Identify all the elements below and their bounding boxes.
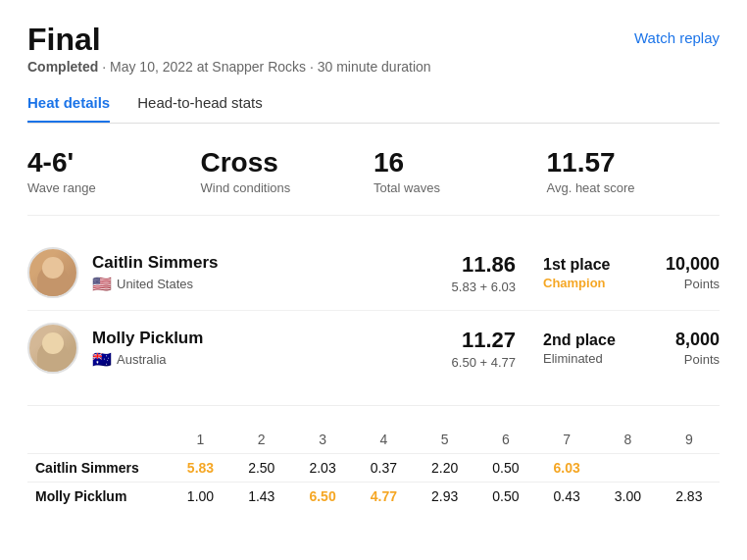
avg-score-value: 11.57 <box>547 147 721 178</box>
col-header-9: 9 <box>659 426 720 454</box>
wave-row-name-molly: Molly Picklum <box>27 483 170 511</box>
player-scores-caitlin: 11.86 5.83 + 6.03 <box>452 252 516 294</box>
page-title: Final <box>27 24 431 55</box>
wind-label: Wind conditions <box>201 180 374 195</box>
wave-score-caitlin-5: 2.20 <box>414 454 474 483</box>
player-row-caitlin: Caitlin Simmers 🇺🇸 United States 11.86 5… <box>27 235 720 310</box>
wave-range-value: 4-6' <box>27 147 201 178</box>
wave-score-caitlin-6: 0.50 <box>475 454 536 483</box>
points-molly: 8,000 Points <box>651 330 720 367</box>
page-header: Final Completed · May 10, 2022 at Snappe… <box>27 24 720 75</box>
event-details: · May 10, 2022 at Snapper Rocks · 30 min… <box>102 59 430 75</box>
placement-molly: 2nd place Eliminated <box>543 331 651 366</box>
wave-score-caitlin-8 <box>597 454 658 483</box>
placement-caitlin: 1st place Champion <box>543 256 651 290</box>
waves-value: 16 <box>374 147 547 178</box>
players-section: Caitlin Simmers 🇺🇸 United States 11.86 5… <box>27 235 720 406</box>
event-subtitle: Completed · May 10, 2022 at Snapper Rock… <box>27 59 431 75</box>
wave-score-molly-8: 3.00 <box>597 483 658 511</box>
stat-total-waves: 16 Total waves <box>374 147 547 195</box>
col-header-1: 1 <box>170 426 230 454</box>
avatar-caitlin <box>27 247 78 298</box>
eliminated-badge: Eliminated <box>543 351 651 366</box>
points-value-caitlin: 10,000 <box>651 254 720 275</box>
status-badge: Completed <box>27 59 98 75</box>
player-country-caitlin: 🇺🇸 United States <box>92 275 452 293</box>
wave-score-molly-2: 1.43 <box>231 483 292 511</box>
player-name-molly: Molly Picklum <box>92 329 452 348</box>
wave-range-label: Wave range <box>27 180 201 195</box>
col-header-4: 4 <box>353 426 414 454</box>
tab-bar: Heat details Head-to-head stats <box>27 94 720 124</box>
stats-row: 4-6' Wave range Cross Wind conditions 16… <box>27 147 720 216</box>
waves-label: Total waves <box>374 180 547 195</box>
stat-wave-range: 4-6' Wave range <box>27 147 201 195</box>
wave-row-caitlin: Caitlin Simmers 5.83 2.50 2.03 0.37 2.20… <box>27 454 720 483</box>
champion-badge: Champion <box>543 276 651 290</box>
col-header-5: 5 <box>414 426 474 454</box>
total-score-caitlin: 11.86 <box>452 252 516 278</box>
wave-scores-caitlin: 5.83 + 6.03 <box>452 280 516 294</box>
waves-section: 1 2 3 4 5 6 7 8 9 Caitlin Simmers 5.83 2… <box>27 426 720 510</box>
wave-score-molly-7: 0.43 <box>536 483 597 511</box>
wave-score-molly-1: 1.00 <box>170 483 230 511</box>
wave-score-molly-4: 4.77 <box>353 483 414 511</box>
avg-score-label: Avg. heat score <box>547 180 721 195</box>
points-label-caitlin: Points <box>651 277 720 291</box>
wave-score-molly-9: 2.83 <box>659 483 720 511</box>
watch-replay-link[interactable]: Watch replay <box>634 29 720 46</box>
points-value-molly: 8,000 <box>651 330 720 350</box>
player-country-molly: 🇦🇺 Australia <box>92 350 452 369</box>
player-scores-molly: 11.27 6.50 + 4.77 <box>452 328 516 370</box>
player-info-molly: Molly Picklum 🇦🇺 Australia <box>92 329 452 369</box>
waves-header-row: 1 2 3 4 5 6 7 8 9 <box>27 426 720 454</box>
wave-score-caitlin-3: 2.03 <box>292 454 353 483</box>
wave-scores-molly: 6.50 + 4.77 <box>452 355 516 370</box>
placement-label-caitlin: 1st place <box>543 256 651 274</box>
col-header-7: 7 <box>536 426 597 454</box>
wave-row-name-caitlin: Caitlin Simmers <box>27 454 170 483</box>
stat-wind-conditions: Cross Wind conditions <box>201 147 374 195</box>
wave-score-caitlin-2: 2.50 <box>231 454 292 483</box>
tab-heat-details[interactable]: Heat details <box>27 94 110 123</box>
wave-score-molly-3: 6.50 <box>292 483 353 511</box>
tab-head-to-head[interactable]: Head-to-head stats <box>137 94 263 123</box>
points-caitlin: 10,000 Points <box>651 254 720 291</box>
wave-score-caitlin-1: 5.83 <box>170 454 230 483</box>
col-header-name <box>27 426 170 454</box>
placement-label-molly: 2nd place <box>543 331 651 349</box>
player-row-molly: Molly Picklum 🇦🇺 Australia 11.27 6.50 + … <box>27 310 720 385</box>
wave-row-molly: Molly Picklum 1.00 1.43 6.50 4.77 2.93 0… <box>27 483 720 511</box>
flag-aus: 🇦🇺 <box>92 350 112 369</box>
col-header-2: 2 <box>231 426 292 454</box>
player-name-caitlin: Caitlin Simmers <box>92 253 452 273</box>
wave-score-molly-6: 0.50 <box>475 483 536 511</box>
avatar-molly <box>27 323 78 374</box>
flag-usa: 🇺🇸 <box>92 275 112 293</box>
stat-avg-heat-score: 11.57 Avg. heat score <box>547 147 721 195</box>
wave-score-molly-5: 2.93 <box>414 483 474 511</box>
wave-score-caitlin-9 <box>659 454 720 483</box>
col-header-3: 3 <box>292 426 353 454</box>
col-header-6: 6 <box>475 426 536 454</box>
wave-score-caitlin-4: 0.37 <box>353 454 414 483</box>
wind-value: Cross <box>201 147 374 178</box>
total-score-molly: 11.27 <box>452 328 516 353</box>
player-info-caitlin: Caitlin Simmers 🇺🇸 United States <box>92 253 452 293</box>
waves-table: 1 2 3 4 5 6 7 8 9 Caitlin Simmers 5.83 2… <box>27 426 720 510</box>
wave-score-caitlin-7: 6.03 <box>536 454 597 483</box>
col-header-8: 8 <box>597 426 658 454</box>
points-label-molly: Points <box>651 352 720 367</box>
